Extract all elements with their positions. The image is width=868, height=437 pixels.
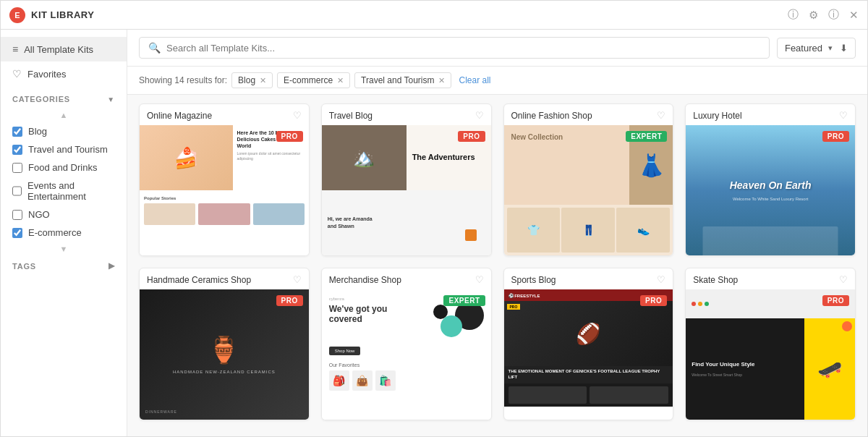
card-favorite-icon[interactable]: ♡: [839, 274, 848, 285]
sidebar-favorites-label: Favorites: [27, 69, 66, 80]
sidebar: ≡ All Template Kits ♡ Favorites CATEGORI…: [1, 30, 127, 436]
search-input[interactable]: [166, 43, 760, 54]
travel-dot: [465, 229, 477, 241]
card-thumbnail: 🏺 HANDMADE NEW-ZEALAND CERAMICS DINNERWA…: [140, 289, 309, 420]
sidebar-item-all-templates[interactable]: ≡ All Template Kits: [1, 37, 127, 61]
category-events-label: Events and Entertainment: [27, 180, 115, 202]
filter-tag-travel: Travel and Tourism ✕: [354, 72, 451, 88]
filter-ecommerce-remove[interactable]: ✕: [337, 76, 344, 85]
card-travel-blog[interactable]: Travel Blog ♡ 🏔️ The Adventurers: [321, 103, 492, 256]
fashion-text: New Collection: [511, 132, 563, 142]
sidebar-item-favorites[interactable]: ♡ Favorites: [1, 61, 127, 86]
merch-item-3: 🛍️: [375, 370, 396, 391]
card-header: Handmade Ceramics Shop ♡: [140, 268, 309, 289]
category-ngo[interactable]: NGO: [1, 205, 127, 224]
card-ceramics-shop[interactable]: Handmade Ceramics Shop ♡ 🏺 HANDMADE NEW-…: [139, 268, 310, 420]
help-icon[interactable]: ⓘ: [828, 8, 839, 22]
category-travel-checkbox[interactable]: [12, 145, 22, 155]
sort-chevron-icon: ▾: [828, 43, 833, 53]
category-food-checkbox[interactable]: [12, 163, 22, 173]
mag-stories: Popular Stories: [140, 190, 309, 228]
card-favorite-icon[interactable]: ♡: [475, 110, 484, 121]
card-skate-shop[interactable]: Skate Shop ♡ Fi: [685, 268, 856, 420]
filter-tag-ecommerce: E-commerce ✕: [277, 72, 350, 88]
card-badge-pro: PRO: [822, 295, 849, 306]
fashion-items: 👕 👖 👟: [504, 205, 673, 255]
card-header: Skate Shop ♡: [686, 268, 855, 289]
card-merch-shop[interactable]: Merchandise Shop ♡ cyberza We've got you…: [321, 268, 492, 420]
merch-favorites: Our Favorites 🎒 👜 🛍️: [329, 362, 484, 391]
card-header: Online Fashion Shop ♡: [504, 104, 673, 125]
ceramics-vase-icon: 🏺: [208, 335, 240, 365]
card-title: Handmade Ceramics Shop: [147, 275, 251, 285]
sidebar-all-templates-label: All Template Kits: [24, 44, 93, 55]
sort-dropdown[interactable]: Featured ▾ ⬇: [777, 38, 856, 59]
skate-dot-1: [692, 302, 696, 306]
card-favorite-icon[interactable]: ♡: [839, 110, 848, 121]
card-title: Travel Blog: [329, 111, 373, 121]
skate-badge-inner: [842, 321, 852, 331]
clear-all-link[interactable]: Clear all: [459, 75, 490, 85]
ceramics-text: HANDMADE NEW-ZEALAND CERAMICS: [173, 370, 276, 374]
category-blog[interactable]: Blog: [1, 122, 127, 140]
card-header: Merchandise Shop ♡: [322, 268, 491, 289]
category-ecommerce-checkbox[interactable]: [12, 228, 22, 238]
card-online-magazine[interactable]: Online Magazine ♡ 🍰 Here Are the 10 Most…: [139, 103, 310, 256]
card-header: Luxury Hotel ♡: [686, 104, 855, 125]
category-ngo-label: NGO: [28, 209, 50, 220]
card-header: Travel Blog ♡: [322, 104, 491, 125]
filter-travel-remove[interactable]: ✕: [438, 76, 445, 85]
card-favorite-icon[interactable]: ♡: [475, 274, 484, 285]
mag-story-2: [198, 203, 250, 225]
tags-section: TAGS ▶: [1, 253, 127, 275]
card-header: Online Magazine ♡: [140, 104, 309, 125]
category-food-label: Food and Drinks: [28, 162, 97, 173]
card-thumbnail: New Collection 👗 👕 👖 👟 EXPERT: [504, 125, 673, 255]
card-favorite-icon[interactable]: ♡: [657, 274, 665, 285]
card-badge-pro: PRO: [276, 295, 303, 306]
scroll-down-icon[interactable]: ▼: [1, 242, 127, 253]
category-ecommerce-label: E-commerce: [28, 227, 82, 238]
mag-popular-label: Popular Stories: [144, 196, 305, 200]
category-ngo-checkbox[interactable]: [12, 210, 22, 220]
scroll-up-icon[interactable]: ▲: [1, 108, 127, 122]
merch-item-2: 👜: [352, 370, 373, 391]
card-badge-pro: PRO: [276, 131, 303, 142]
merch-fav-label: Our Favorites: [329, 362, 484, 368]
card-thumbnail: cyberza We've got you covered Shop Now O…: [322, 289, 491, 420]
mag-body: Lorem ipsum dolor sit amet consectetur a…: [237, 151, 305, 161]
category-events-checkbox[interactable]: [12, 186, 22, 196]
search-wrapper: 🔍: [139, 37, 770, 59]
settings-icon[interactable]: ⚙: [809, 9, 818, 22]
categories-chevron-icon[interactable]: ▼: [107, 96, 115, 103]
sports-text: THE EMOTIONAL MOMENT OF GENICKE'S FOOTBA…: [504, 366, 673, 383]
card-luxury-hotel[interactable]: Luxury Hotel ♡ Heaven On Earth Welcome T…: [685, 103, 856, 256]
list-icon: ≡: [12, 43, 18, 55]
merch-circle-teal: [441, 315, 462, 337]
card-favorite-icon[interactable]: ♡: [657, 110, 665, 121]
card-favorite-icon[interactable]: ♡: [293, 110, 302, 121]
card-favorite-icon[interactable]: ♡: [293, 274, 302, 285]
categories-header[interactable]: CATEGORIES ▼: [1, 86, 127, 108]
category-ecommerce[interactable]: E-commerce: [1, 224, 127, 242]
card-sports-blog[interactable]: Sports Blog ♡ ⚽ FREESTYLE 🏈 PRO THE EMOT…: [503, 268, 674, 420]
card-fashion-shop[interactable]: Online Fashion Shop ♡ New Collection 👗: [503, 103, 674, 256]
merch-item-1: 🎒: [329, 370, 349, 391]
sports-badge: PRO: [507, 304, 521, 310]
card-thumbnail: Find Your Unique Style Welcome To Street…: [686, 289, 855, 420]
category-food[interactable]: Food and Drinks: [1, 158, 127, 177]
sports-headline: THE EMOTIONAL MOMENT OF GENICKE'S FOOTBA…: [509, 369, 669, 381]
card-thumbnail: 🍰 Here Are the 10 Most Delicious Cakes i…: [140, 125, 309, 255]
close-icon[interactable]: ✕: [849, 9, 859, 22]
filter-ecommerce-label: E-commerce: [284, 75, 333, 85]
category-events[interactable]: Events and Entertainment: [1, 177, 127, 205]
filter-blog-remove[interactable]: ✕: [260, 76, 266, 85]
card-title: Merchandise Shop: [329, 275, 401, 285]
tags-header[interactable]: TAGS ▶: [12, 261, 115, 271]
info-icon[interactable]: ⓘ: [788, 8, 799, 22]
elementor-logo: E: [9, 7, 25, 23]
category-travel[interactable]: Travel and Tourism: [1, 140, 127, 158]
skate-dots: [692, 302, 709, 306]
skate-headline: Find Your Unique Style: [692, 361, 799, 368]
category-blog-checkbox[interactable]: [12, 127, 22, 137]
